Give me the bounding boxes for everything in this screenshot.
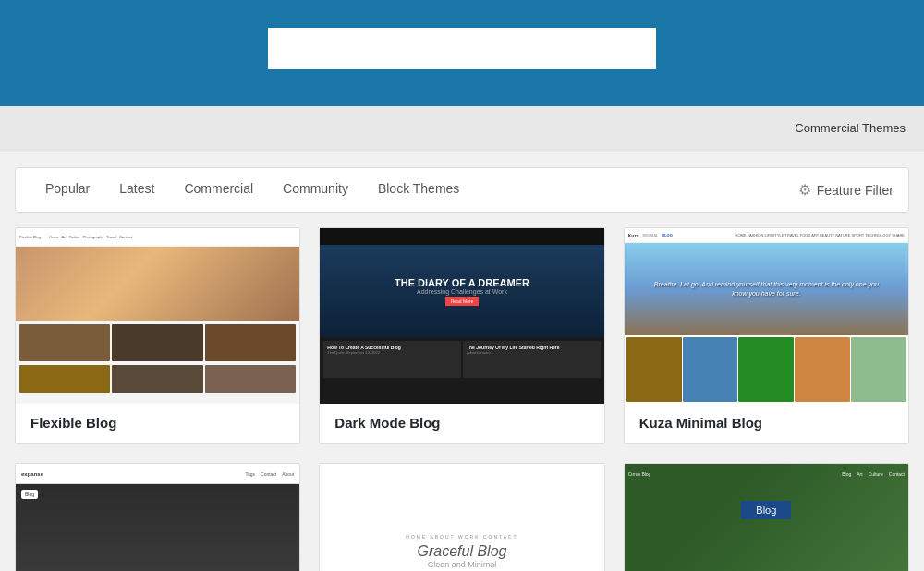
preview-hero-flexible — [16, 247, 299, 321]
preview-card2-dark: The Journey Of My Life Started Right Her… — [463, 341, 601, 378]
preview-btn-dark: Read More — [445, 297, 480, 306]
theme-card-graceful[interactable]: HOME ABOUT WORK CONTACT Graceful Blog Cl… — [319, 463, 604, 571]
theme-name-dark: Dark Mode Blog — [320, 404, 603, 443]
filter-bar: Popular Latest Commercial Community Bloc… — [15, 167, 909, 213]
gear-icon: ⚙ — [798, 181, 811, 199]
preview-subtitle-dark: Addressing Challenges at Work — [417, 288, 507, 295]
theme-card-expense[interactable]: expanse Tags Contact About Blog — [15, 463, 300, 571]
theme-preview-flexible: Flexible Blog Home Art Twitter Photograp… — [16, 228, 299, 404]
tab-block-themes[interactable]: Block Themes — [363, 168, 474, 212]
preview-nav-flexible: Flexible Blog Home Art Twitter Photograp… — [16, 228, 299, 247]
theme-card-kuza-blog[interactable]: Kuza MINIMAL BLOG HOME FASHION LIFESTYLE… — [624, 227, 909, 444]
preview-quote-kuza: Breathe. Let go. And remind yourself tha… — [652, 280, 880, 298]
preview-nav-kuza: Kuza MINIMAL BLOG HOME FASHION LIFESTYLE… — [625, 228, 908, 243]
preview-label-blueberry: Blog — [741, 501, 791, 519]
tab-community[interactable]: Community — [268, 168, 363, 212]
preview-nav-dark — [320, 228, 603, 245]
filter-tabs-container: Popular Latest Commercial Community Bloc… — [30, 168, 474, 212]
theme-preview-graceful: HOME ABOUT WORK CONTACT Graceful Blog Cl… — [320, 464, 603, 571]
preview-hero-expense: Blog — [16, 484, 299, 571]
feature-filter-button[interactable]: ⚙ Feature Filter — [798, 174, 894, 206]
preview-title-dark: THE DIARY OF A DREAMER — [395, 277, 529, 288]
preview-bottom-dark: How To Create A Successful Blog The Quic… — [320, 337, 603, 382]
theme-preview-expense: expanse Tags Contact About Blog — [16, 464, 299, 571]
tab-popular[interactable]: Popular — [30, 168, 104, 212]
themes-grid: Flexible Blog Home Art Twitter Photograp… — [0, 213, 924, 571]
preview-bottom-kuza — [625, 335, 908, 404]
theme-preview-kuza: Kuza MINIMAL BLOG HOME FASHION LIFESTYLE… — [625, 228, 908, 404]
preview-hero-dark: THE DIARY OF A DREAMER Addressing Challe… — [320, 245, 603, 337]
preview-card1-dark: How To Create A Successful Blog The Quic… — [323, 341, 461, 378]
commercial-themes-bar: Commercial Themes — [0, 106, 924, 152]
theme-preview-dark: THE DIARY OF A DREAMER Addressing Challe… — [320, 228, 603, 404]
theme-card-flexible-blog[interactable]: Flexible Blog Home Art Twitter Photograp… — [15, 227, 300, 444]
theme-name-kuza: Kuza Minimal Blog — [625, 404, 908, 443]
tab-commercial[interactable]: Commercial — [169, 168, 268, 212]
tab-latest[interactable]: Latest — [104, 168, 169, 212]
preview-card2-text: Advertisement — [467, 350, 597, 355]
preview-title-graceful: Graceful Blog — [406, 543, 517, 560]
preview-row-flexible — [16, 365, 299, 396]
feature-filter-label: Feature Filter — [817, 183, 894, 198]
commercial-themes-link[interactable]: Commercial Themes — [795, 121, 906, 137]
preview-subtitle-graceful: Clean and Minimal — [406, 560, 517, 569]
theme-card-dark-mode-blog[interactable]: THE DIARY OF A DREAMER Addressing Challe… — [319, 227, 604, 444]
preview-grid-flexible — [16, 321, 299, 365]
preview-header-expense: expanse Tags Contact About — [16, 464, 299, 484]
theme-preview-blueberry: Cirrus Blog Blog Art Culture Contact Blo… — [625, 464, 908, 571]
preview-text-graceful: HOME ABOUT WORK CONTACT Graceful Blog Cl… — [406, 534, 517, 569]
header-section: blog — [0, 0, 924, 106]
preview-hero-kuza: Breathe. Let go. And remind yourself tha… — [625, 243, 908, 335]
preview-card1-date: The Quick, September 13, 2022 — [327, 350, 457, 355]
theme-name-flexible: Flexible Blog — [16, 404, 299, 443]
search-input[interactable]: blog — [268, 28, 656, 69]
theme-card-blueberry[interactable]: Cirrus Blog Blog Art Culture Contact Blo… — [624, 463, 909, 571]
